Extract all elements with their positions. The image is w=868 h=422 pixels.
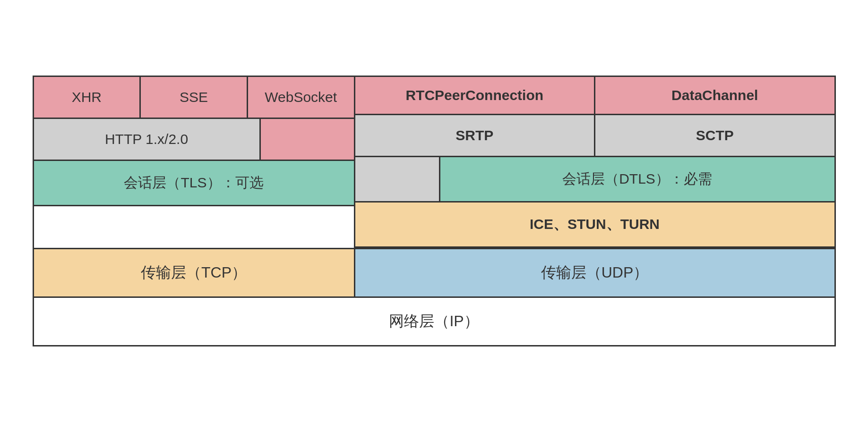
http-label: HTTP 1.x/2.0: [105, 131, 188, 147]
upper-row: XHR SSE WebSocket HTTP 1.x/2.0 会话层（TLS）：…: [34, 77, 834, 248]
http-row: HTTP 1.x/2.0: [34, 119, 354, 161]
ice-label: ICE、STUN、TURN: [530, 216, 660, 232]
http-block: HTTP 1.x/2.0: [34, 119, 261, 161]
ip-layer: 网络层（IP）: [34, 296, 834, 345]
tcp-label: 传输层（TCP）: [141, 264, 247, 281]
left-stack: XHR SSE WebSocket HTTP 1.x/2.0 会话层（TLS）：…: [34, 77, 355, 248]
network-diagram: XHR SSE WebSocket HTTP 1.x/2.0 会话层（TLS）：…: [33, 76, 836, 346]
tls-layer: 会话层（TLS）：可选: [34, 161, 354, 206]
srtp-label: SRTP: [455, 127, 493, 143]
transport-row: 传输层（TCP） 传输层（UDP）: [34, 248, 834, 296]
xhr-label: XHR: [72, 89, 102, 105]
ice-row: ICE、STUN、TURN: [355, 203, 834, 248]
udp-layer: 传输层（UDP）: [355, 249, 834, 296]
dtls-label: 会话层（DTLS）：必需: [562, 171, 712, 186]
datachannel-block: DataChannel: [595, 77, 834, 114]
xhr-block: XHR: [34, 77, 141, 118]
udp-label: 传输层（UDP）: [541, 264, 649, 281]
tcp-layer: 传输层（TCP）: [34, 249, 355, 296]
dtls-block: 会话层（DTLS）：必需: [440, 157, 834, 201]
datachannel-label: DataChannel: [671, 87, 758, 103]
dtls-gap: [355, 157, 440, 201]
right-stack: RTCPeerConnection DataChannel SRTP SCTP: [355, 77, 834, 248]
sctp-block: SCTP: [595, 115, 834, 156]
pink-filler: [261, 119, 354, 161]
websocket-block: WebSocket: [248, 77, 354, 118]
sse-block: SSE: [141, 77, 248, 118]
srtp-block: SRTP: [355, 115, 596, 156]
websocket-label: WebSocket: [265, 89, 337, 105]
tls-label: 会话层（TLS）：可选: [124, 175, 263, 190]
api-row: RTCPeerConnection DataChannel: [355, 77, 834, 115]
sctp-label: SCTP: [696, 127, 734, 143]
sse-label: SSE: [180, 89, 208, 105]
dtls-row: 会话层（DTLS）：必需: [355, 157, 834, 203]
rtcpeer-block: RTCPeerConnection: [355, 77, 596, 114]
ip-label: 网络层（IP）: [389, 312, 479, 329]
xhr-sse-websocket-row: XHR SSE WebSocket: [34, 77, 354, 119]
srtp-sctp-row: SRTP SCTP: [355, 115, 834, 157]
rtcpeer-label: RTCPeerConnection: [405, 87, 543, 103]
